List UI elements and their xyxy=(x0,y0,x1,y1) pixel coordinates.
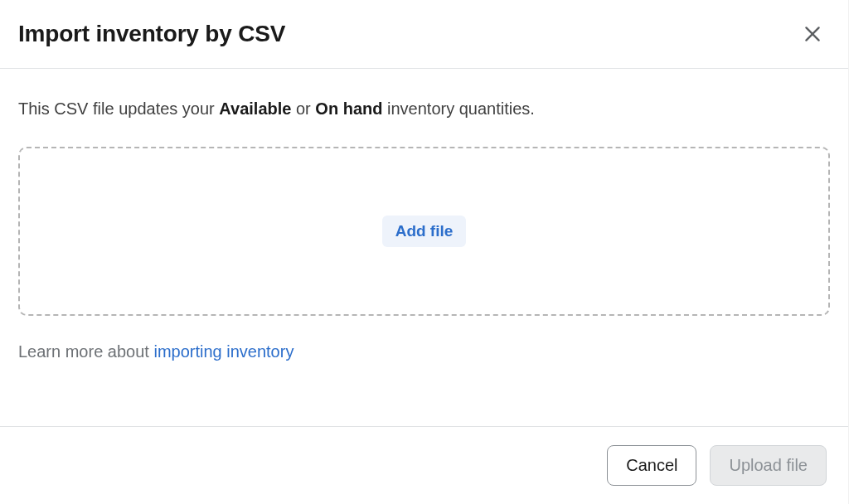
add-file-button[interactable]: Add file xyxy=(382,216,467,247)
file-dropzone[interactable]: Add file xyxy=(18,147,830,316)
upload-file-button[interactable]: Upload file xyxy=(710,445,827,486)
modal-body: This CSV file updates your Available or … xyxy=(0,69,848,426)
description-mid: or xyxy=(291,99,315,118)
learn-more-text: Learn more about importing inventory xyxy=(18,342,830,361)
import-inventory-modal: Import inventory by CSV This CSV file up… xyxy=(0,0,849,504)
learn-more-link[interactable]: importing inventory xyxy=(153,342,294,361)
modal-title: Import inventory by CSV xyxy=(18,21,285,47)
learn-more-prefix: Learn more about xyxy=(18,342,153,361)
cancel-button[interactable]: Cancel xyxy=(607,445,696,486)
modal-footer: Cancel Upload file xyxy=(0,426,848,504)
description-prefix: This CSV file updates your xyxy=(18,99,219,118)
close-button[interactable] xyxy=(798,20,827,48)
close-icon xyxy=(802,23,823,45)
description-suffix: inventory quantities. xyxy=(382,99,534,118)
modal-header: Import inventory by CSV xyxy=(0,0,848,69)
description-text: This CSV file updates your Available or … xyxy=(18,97,830,120)
description-onhand: On hand xyxy=(315,99,382,118)
description-available: Available xyxy=(219,99,291,118)
